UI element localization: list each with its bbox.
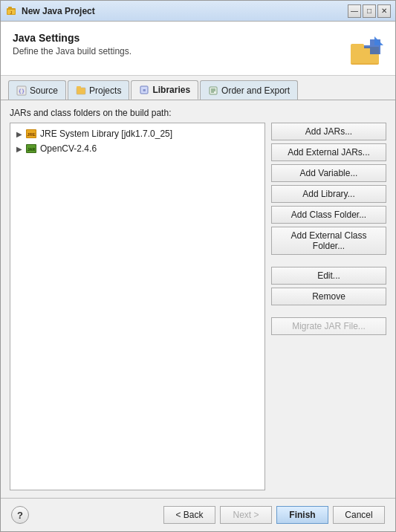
tab-source[interactable]: {} Source [8, 80, 66, 100]
bottom-bar: ? < Back Next > Finish Cancel [1, 498, 395, 531]
svg-rect-1 [8, 7, 12, 9]
opencv-library-icon: JAR [25, 143, 37, 155]
bottom-left: ? [11, 506, 29, 524]
page-title: Java Settings [13, 32, 132, 44]
add-library-button[interactable]: Add Library... [271, 185, 386, 203]
title-bar: J New Java Project — □ ✕ [1, 1, 395, 22]
maximize-button[interactable]: □ [363, 4, 376, 18]
window-icon: J [5, 5, 17, 17]
migrate-jar-button[interactable]: Migrate JAR File... [271, 317, 386, 335]
tab-source-label: Source [30, 85, 58, 96]
list-label: JARs and class folders on the build path… [10, 108, 386, 118]
remove-button[interactable]: Remove [271, 288, 386, 305]
help-button[interactable]: ? [11, 506, 29, 524]
jre-library-icon: JRE [25, 128, 37, 140]
add-jars-button[interactable]: Add JARs... [271, 123, 386, 140]
window-controls: — □ ✕ [348, 4, 391, 18]
tree-item-opencv[interactable]: ▶ JAR OpenCV-2.4.6 [12, 141, 263, 156]
button-spacer-2 [271, 308, 386, 314]
libraries-tab-icon: ≡ [139, 85, 149, 95]
svg-text:JRE: JRE [27, 132, 36, 137]
bottom-right: < Back Next > Finish Cancel [163, 506, 385, 524]
window-title: New Java Project [22, 6, 348, 16]
tab-projects[interactable]: Projects [68, 80, 129, 100]
tab-order-export-label: Order and Export [221, 85, 290, 96]
header-text: Java Settings Define the Java build sett… [13, 32, 132, 56]
tree-panel[interactable]: ▶ JRE JRE System Library [jdk1.7.0_25] ▶ [10, 123, 265, 490]
tabs-bar: {} Source Projects ≡ Libraries [1, 76, 395, 100]
order-export-tab-icon [208, 85, 218, 96]
main-panel: ▶ JRE JRE System Library [jdk1.7.0_25] ▶ [10, 123, 386, 490]
edit-button[interactable]: Edit... [271, 267, 386, 285]
tab-libraries[interactable]: ≡ Libraries [131, 80, 198, 100]
back-button[interactable]: < Back [163, 506, 215, 524]
add-external-jars-button[interactable]: Add External JARs... [271, 143, 386, 161]
close-button[interactable]: ✕ [377, 4, 391, 18]
next-button[interactable]: Next > [220, 506, 272, 524]
buttons-panel: Add JARs... Add External JARs... Add Var… [271, 123, 386, 490]
tab-libraries-label: Libraries [152, 85, 190, 95]
add-class-folder-button[interactable]: Add Class Folder... [271, 206, 386, 224]
opencv-label: OpenCV-2.4.6 [40, 143, 97, 154]
projects-tab-icon [76, 85, 86, 96]
button-spacer [271, 258, 386, 264]
cancel-button[interactable]: Cancel [333, 506, 385, 524]
svg-marker-8 [374, 36, 383, 45]
svg-text:≡: ≡ [143, 88, 146, 93]
svg-rect-12 [77, 86, 81, 88]
main-window: J New Java Project — □ ✕ Java Settings D… [0, 0, 396, 532]
header-section: Java Settings Define the Java build sett… [1, 22, 395, 76]
svg-text:{}: {} [19, 88, 25, 94]
finish-button[interactable]: Finish [276, 506, 328, 524]
jre-label: JRE System Library [jdk1.7.0_25] [40, 129, 172, 139]
svg-rect-11 [77, 88, 85, 94]
add-external-class-folder-button[interactable]: Add External Class Folder... [271, 227, 386, 255]
expand-icon-jre[interactable]: ▶ [15, 129, 24, 138]
header-icon [348, 32, 383, 68]
minimize-button[interactable]: — [348, 4, 361, 18]
source-tab-icon: {} [16, 85, 27, 96]
tab-order-export[interactable]: Order and Export [200, 80, 298, 100]
add-variable-button[interactable]: Add Variable... [271, 164, 386, 182]
tree-item-jre[interactable]: ▶ JRE JRE System Library [jdk1.7.0_25] [12, 126, 263, 141]
svg-text:J: J [10, 10, 13, 15]
tab-projects-label: Projects [89, 85, 121, 96]
content-area: JARs and class folders on the build path… [1, 100, 395, 498]
page-subtitle: Define the Java build settings. [13, 46, 132, 56]
expand-icon-opencv[interactable]: ▶ [15, 144, 24, 153]
svg-text:JAR: JAR [27, 147, 35, 152]
